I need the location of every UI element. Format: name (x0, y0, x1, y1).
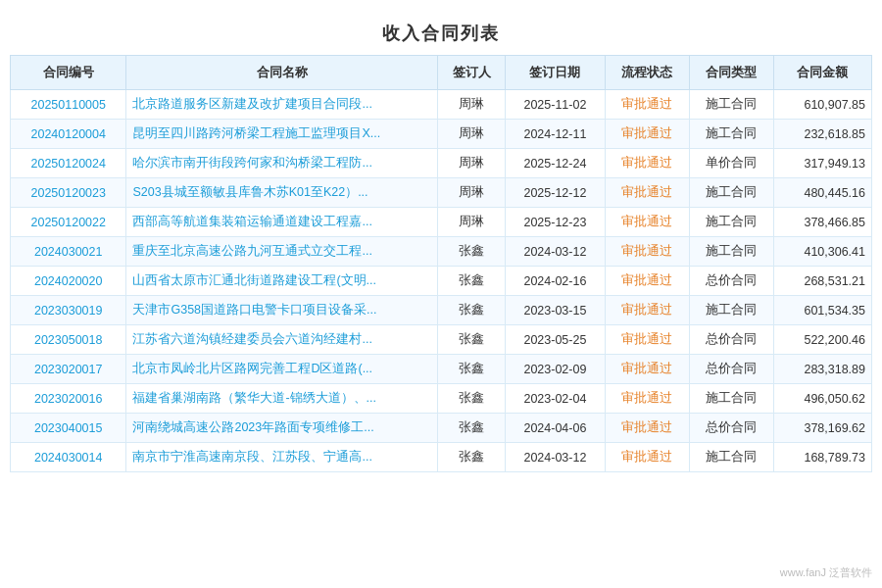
contract-signer: 张鑫 (438, 355, 506, 384)
col-id: 合同编号 (11, 56, 126, 90)
contract-signer: 张鑫 (438, 384, 506, 414)
contract-amount: 522,200.46 (773, 325, 871, 355)
contract-name[interactable]: 北京路道服务区新建及改扩建项目合同段... (126, 90, 438, 120)
contract-date: 2023-02-04 (505, 384, 605, 414)
contract-signer: 张鑫 (438, 237, 506, 267)
contract-name[interactable]: 昆明至四川路跨河桥梁工程施工监理项目X... (126, 120, 438, 149)
contract-status: 审批通过 (605, 120, 689, 149)
contract-signer: 张鑫 (438, 296, 506, 325)
table-row: 20250110005北京路道服务区新建及改扩建项目合同段...周琳2025-1… (11, 90, 872, 120)
table-header: 合同编号 合同名称 签订人 签订日期 流程状态 合同类型 合同金额 (11, 56, 872, 90)
contract-signer: 张鑫 (438, 414, 506, 443)
contract-name[interactable]: 北京市凤岭北片区路网完善工程D区道路(... (126, 355, 438, 384)
table-row: 2024030021重庆至北京高速公路九河互通式立交工程...张鑫2024-03… (11, 237, 872, 267)
contract-type: 施工合同 (689, 120, 773, 149)
contract-signer: 周琳 (438, 178, 506, 208)
contract-signer: 张鑫 (438, 325, 506, 355)
contract-name[interactable]: 河南绕城高速公路2023年路面专项维修工... (126, 414, 438, 443)
page-container: 收入合同列表 合同编号 合同名称 签订人 签订日期 流程状态 合同类型 合同金额… (0, 0, 882, 588)
table-row: 2023040015河南绕城高速公路2023年路面专项维修工...张鑫2024-… (11, 414, 872, 443)
contract-id[interactable]: 2024020020 (11, 267, 126, 296)
contract-amount: 496,050.62 (773, 384, 871, 414)
table-row: 2023030019天津市G358国道路口电警卡口项目设备采...张鑫2023-… (11, 296, 872, 325)
contract-date: 2023-02-09 (505, 355, 605, 384)
contract-name[interactable]: S203县城至额敏县库鲁木苏K01至K22）... (126, 178, 438, 208)
contract-status: 审批通过 (605, 384, 689, 414)
table-row: 20250120023S203县城至额敏县库鲁木苏K01至K22）...周琳20… (11, 178, 872, 208)
contract-status: 审批通过 (605, 325, 689, 355)
contract-date: 2023-05-25 (505, 325, 605, 355)
table-row: 2024020020山西省太原市汇通北街道路建设工程(文明...张鑫2024-0… (11, 267, 872, 296)
contract-date: 2024-03-12 (505, 443, 605, 472)
col-status: 流程状态 (605, 56, 689, 90)
contract-date: 2024-04-06 (505, 414, 605, 443)
contract-amount: 610,907.85 (773, 90, 871, 120)
contract-table: 合同编号 合同名称 签订人 签订日期 流程状态 合同类型 合同金额 202501… (10, 55, 872, 472)
contract-type: 施工合同 (689, 384, 773, 414)
contract-name[interactable]: 西部高等航道集装箱运输通道建设工程嘉... (126, 208, 438, 237)
contract-id[interactable]: 20250120023 (11, 178, 126, 208)
table-row: 20250120024哈尔滨市南开街段跨何家和沟桥梁工程防...周琳2025-1… (11, 149, 872, 178)
contract-amount: 268,531.21 (773, 267, 871, 296)
contract-signer: 周琳 (438, 208, 506, 237)
contract-date: 2025-12-24 (505, 149, 605, 178)
contract-status: 审批通过 (605, 296, 689, 325)
table-row: 20240120004昆明至四川路跨河桥梁工程施工监理项目X...周琳2024-… (11, 120, 872, 149)
contract-status: 审批通过 (605, 443, 689, 472)
col-name: 合同名称 (126, 56, 438, 90)
contract-date: 2025-12-23 (505, 208, 605, 237)
table-row: 20250120022西部高等航道集装箱运输通道建设工程嘉...周琳2025-1… (11, 208, 872, 237)
contract-date: 2025-11-02 (505, 90, 605, 120)
contract-id[interactable]: 20250110005 (11, 90, 126, 120)
contract-name[interactable]: 哈尔滨市南开街段跨何家和沟桥梁工程防... (126, 149, 438, 178)
contract-id[interactable]: 20240120004 (11, 120, 126, 149)
watermark-brand: 泛普软件 (829, 566, 872, 578)
contract-id[interactable]: 2023020017 (11, 355, 126, 384)
contract-date: 2024-03-12 (505, 237, 605, 267)
contract-id[interactable]: 2023040015 (11, 414, 126, 443)
contract-type: 施工合同 (689, 90, 773, 120)
footer-watermark: www.fanJ 泛普软件 (780, 565, 872, 580)
contract-id[interactable]: 2023020016 (11, 384, 126, 414)
contract-type: 施工合同 (689, 296, 773, 325)
contract-amount: 168,789.73 (773, 443, 871, 472)
contract-signer: 周琳 (438, 149, 506, 178)
contract-type: 单价合同 (689, 149, 773, 178)
contract-signer: 周琳 (438, 120, 506, 149)
col-type: 合同类型 (689, 56, 773, 90)
contract-name[interactable]: 江苏省六道沟镇经建委员会六道沟经建村... (126, 325, 438, 355)
contract-amount: 378,169.62 (773, 414, 871, 443)
contract-status: 审批通过 (605, 149, 689, 178)
table-body: 20250110005北京路道服务区新建及改扩建项目合同段...周琳2025-1… (11, 90, 872, 472)
table-row: 2023020016福建省巢湖南路（繁华大道-锦绣大道）、...张鑫2023-0… (11, 384, 872, 414)
contract-amount: 378,466.85 (773, 208, 871, 237)
contract-status: 审批通过 (605, 355, 689, 384)
col-date: 签订日期 (505, 56, 605, 90)
contract-id[interactable]: 2023050018 (11, 325, 126, 355)
contract-type: 总价合同 (689, 355, 773, 384)
contract-id[interactable]: 2023030019 (11, 296, 126, 325)
contract-type: 施工合同 (689, 237, 773, 267)
contract-name[interactable]: 天津市G358国道路口电警卡口项目设备采... (126, 296, 438, 325)
col-amount: 合同金额 (773, 56, 871, 90)
contract-status: 审批通过 (605, 267, 689, 296)
contract-amount: 480,445.16 (773, 178, 871, 208)
contract-date: 2023-03-15 (505, 296, 605, 325)
contract-id[interactable]: 2024030021 (11, 237, 126, 267)
contract-signer: 周琳 (438, 90, 506, 120)
contract-id[interactable]: 20250120024 (11, 149, 126, 178)
contract-id[interactable]: 2024030014 (11, 443, 126, 472)
contract-type: 施工合同 (689, 443, 773, 472)
contract-name[interactable]: 重庆至北京高速公路九河互通式立交工程... (126, 237, 438, 267)
contract-date: 2024-12-11 (505, 120, 605, 149)
contract-type: 施工合同 (689, 208, 773, 237)
header-row: 合同编号 合同名称 签订人 签订日期 流程状态 合同类型 合同金额 (11, 56, 872, 90)
contract-name[interactable]: 南京市宁淮高速南京段、江苏段、宁通高... (126, 443, 438, 472)
table-wrapper: 合同编号 合同名称 签订人 签订日期 流程状态 合同类型 合同金额 202501… (0, 55, 882, 472)
contract-name[interactable]: 山西省太原市汇通北街道路建设工程(文明... (126, 267, 438, 296)
contract-date: 2024-02-16 (505, 267, 605, 296)
contract-signer: 张鑫 (438, 267, 506, 296)
table-row: 2023050018江苏省六道沟镇经建委员会六道沟经建村...张鑫2023-05… (11, 325, 872, 355)
contract-id[interactable]: 20250120022 (11, 208, 126, 237)
contract-name[interactable]: 福建省巢湖南路（繁华大道-锦绣大道）、... (126, 384, 438, 414)
